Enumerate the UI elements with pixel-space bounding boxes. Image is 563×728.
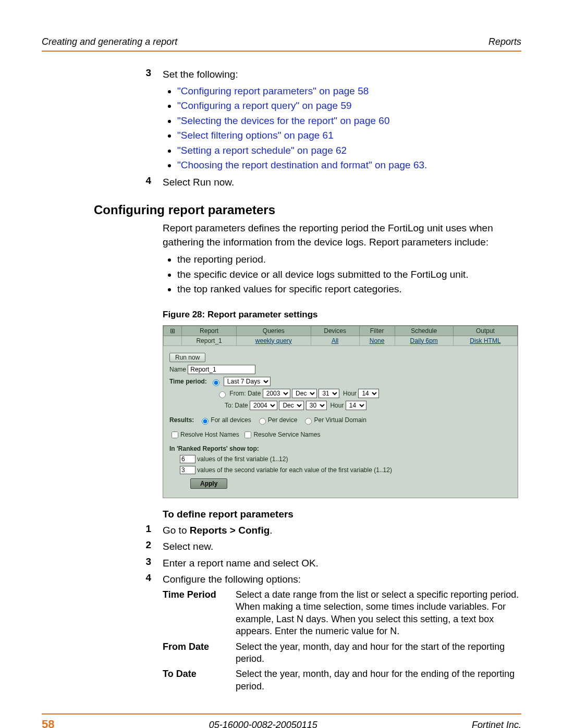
crossref-link[interactable]: "Setting a report schedule" on page 62: [177, 143, 521, 158]
step-number: 1: [136, 523, 151, 538]
cell-schedule-link[interactable]: Daily 6pm: [395, 336, 453, 346]
resolve-service-checkbox[interactable]: [244, 431, 251, 438]
ranked-heading: In 'Ranked Reports' show top:: [169, 445, 511, 452]
step-text: Enter a report name and select OK.: [163, 556, 319, 571]
col-header: Filter: [359, 326, 395, 336]
figure-screenshot: ⊞ Report Queries Devices Filter Schedule…: [163, 325, 518, 498]
results-label: Results:: [169, 416, 194, 424]
ranked-second-text: values of the second variable for each v…: [197, 466, 392, 474]
step-number: 4: [136, 572, 151, 587]
sub-heading: To define report parameters: [163, 509, 521, 520]
figure-caption: Figure 28: Report parameter settings: [163, 310, 521, 320]
resolve-host-checkbox[interactable]: [172, 431, 178, 438]
step-text: Configure the following options:: [163, 572, 301, 587]
ranked-first-input[interactable]: [180, 455, 195, 463]
option-desc: Select the year, month, day and hour for…: [236, 668, 521, 693]
ranked-second-input[interactable]: [180, 466, 195, 474]
run-now-button[interactable]: Run now: [169, 353, 205, 362]
to-label: To: Date: [225, 402, 248, 409]
header-right: Reports: [488, 36, 521, 47]
col-header: Queries: [237, 326, 311, 336]
footer-company: Fortinet Inc.: [472, 720, 521, 728]
crossref-link[interactable]: "Choosing the report destination and for…: [177, 158, 521, 173]
from-hour-label: Hour: [343, 390, 357, 397]
header-rule: [42, 51, 521, 52]
list-item: the top ranked values for specific repor…: [177, 282, 521, 297]
option-label: Time Period: [163, 589, 236, 638]
to-month-select[interactable]: Dec: [279, 401, 304, 410]
option-desc: Select a date range from the list or sel…: [236, 589, 521, 638]
time-period-preset-select[interactable]: Last 7 Days: [224, 377, 271, 386]
section-heading: Configuring report parameters: [94, 203, 521, 217]
from-hour-select[interactable]: 14: [358, 389, 379, 398]
results-per-device-radio[interactable]: [259, 418, 266, 425]
list-item: the reporting period.: [177, 252, 521, 267]
step-number: 2: [136, 539, 151, 554]
col-header: Report: [182, 326, 237, 336]
ranked-first-text: values of the first variable (1..12): [197, 455, 288, 463]
col-header: Output: [453, 326, 517, 336]
step-text: Go to Reports > Config.: [163, 523, 273, 538]
time-period-label: Time period:: [169, 378, 207, 385]
cell-output-link[interactable]: Disk HTML: [453, 336, 517, 346]
footer-docid: 05-16000-0082-20050115: [209, 720, 317, 728]
name-label: Name: [169, 366, 186, 373]
time-period-range-radio[interactable]: [219, 391, 226, 398]
step-text: Select Run now.: [163, 175, 234, 190]
header-left: Creating and generating a report: [42, 36, 177, 47]
footer-rule: [42, 713, 521, 714]
to-hour-select[interactable]: 14: [346, 401, 366, 410]
col-header: Schedule: [395, 326, 453, 336]
option-label: To Date: [163, 668, 236, 693]
option-label: From Date: [163, 641, 236, 665]
to-hour-label: Hour: [330, 402, 344, 409]
cell-devices-link[interactable]: All: [311, 336, 359, 346]
to-day-select[interactable]: 30: [306, 401, 327, 410]
apply-button[interactable]: Apply: [190, 478, 227, 489]
cell-queries-link[interactable]: weekly query: [237, 336, 311, 346]
from-day-select[interactable]: 31: [319, 389, 339, 398]
to-year-select[interactable]: 2004: [250, 401, 277, 410]
option-desc: Select the year, month, day and hour for…: [236, 641, 521, 665]
name-input[interactable]: [188, 365, 255, 374]
list-item: the specific device or all device logs s…: [177, 267, 521, 282]
step-text: Set the following:: [163, 67, 238, 82]
step-number: 3: [136, 67, 151, 82]
body-paragraph: Report parameters defines the reporting …: [163, 221, 521, 249]
time-period-preset-radio[interactable]: [213, 379, 219, 386]
crossref-link[interactable]: "Selecting the devices for the report" o…: [177, 114, 521, 129]
cell-report-name: Report_1: [182, 336, 237, 346]
col-header: Devices: [311, 326, 359, 336]
step-text: Select new.: [163, 539, 213, 554]
cell-filter-link[interactable]: None: [359, 336, 395, 346]
from-month-select[interactable]: Dec: [292, 389, 317, 398]
page-number: 58: [42, 718, 54, 728]
step-number: 4: [136, 175, 151, 190]
crossref-link[interactable]: "Select filtering options" on page 61: [177, 128, 521, 143]
add-icon[interactable]: ⊞: [164, 326, 182, 336]
crossref-link[interactable]: "Configuring a report query" on page 59: [177, 98, 521, 114]
step-number: 3: [136, 556, 151, 571]
results-per-vdom-radio[interactable]: [305, 418, 312, 425]
crossref-link[interactable]: "Configuring report parameters" on page …: [177, 84, 521, 99]
results-all-devices-radio[interactable]: [202, 418, 209, 425]
from-label: From: Date: [229, 390, 261, 397]
from-year-select[interactable]: 2003: [263, 389, 290, 398]
